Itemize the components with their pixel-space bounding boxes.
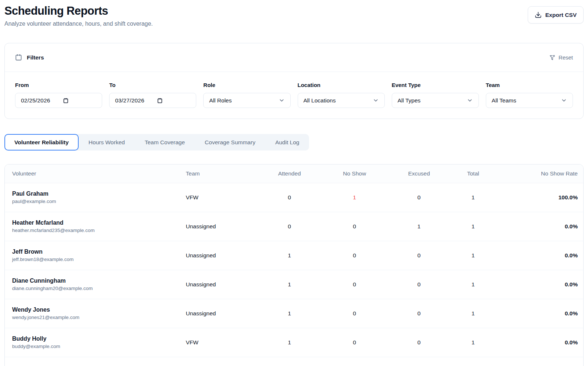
team-cell: VFW xyxy=(186,183,258,212)
tab-audit-log[interactable]: Audit Log xyxy=(265,134,309,151)
team-cell: Unassigned xyxy=(186,212,258,241)
no-show-rate-cell: 0.0% xyxy=(496,270,583,299)
select-role[interactable]: All Roles xyxy=(203,93,290,108)
volunteer-email: buddy@example.com xyxy=(12,344,186,349)
volunteer-email: wendy.jones21@example.com xyxy=(12,315,186,320)
excused-cell: 0 xyxy=(387,183,450,212)
no-show-rate-cell: 0.0% xyxy=(496,241,583,270)
table-row: Wendy Jones wendy.jones21@example.com Un… xyxy=(5,299,583,328)
no-show-cell: 0 xyxy=(322,328,388,357)
filter-field-event-type: Event Type All Types xyxy=(392,82,479,108)
column-header-team: Team xyxy=(186,164,258,183)
chevron-down-icon xyxy=(467,97,473,104)
chevron-down-icon xyxy=(373,97,379,104)
attended-cell: 1 xyxy=(257,270,321,299)
table-row: Diane Cunningham diane.cunningham20@exam… xyxy=(5,270,583,299)
excused-cell: 0 xyxy=(387,241,450,270)
no-show-rate-cell: 0.0% xyxy=(496,212,583,241)
total-cell: 1 xyxy=(451,183,496,212)
attended-cell: 1 xyxy=(257,241,321,270)
filters-header: Filters Reset xyxy=(5,43,583,72)
volunteer-cell: Heather Mcfarland heather.mcfarland235@e… xyxy=(5,212,186,241)
table-header-row: VolunteerTeamAttendedNo ShowExcusedTotal… xyxy=(5,164,583,183)
table-row: Buddy Holly buddy@example.com VFW 1 0 0 … xyxy=(5,328,583,357)
filter-field-team: Team All Teams xyxy=(486,82,573,108)
tab-hours-worked[interactable]: Hours Worked xyxy=(79,134,135,151)
volunteer-cell: Paul Graham paul@example.com xyxy=(5,183,186,212)
excused-cell: 1 xyxy=(387,212,450,241)
calendar-icon[interactable] xyxy=(157,98,163,104)
filter-field-role: Role All Roles xyxy=(203,82,290,108)
filter-x-icon xyxy=(549,54,555,61)
volunteer-email: jeff.brown18@example.com xyxy=(12,257,186,262)
column-header-attended: Attended xyxy=(257,164,321,183)
column-header-total: Total xyxy=(451,164,496,183)
volunteer-name: Wendy Jones xyxy=(12,307,186,313)
report-tabs: Volunteer ReliabilityHours WorkedTeam Co… xyxy=(4,134,309,151)
excused-cell: 0 xyxy=(387,270,450,299)
total-cell: 1 xyxy=(451,212,496,241)
filter-field-to: To 03/27/2026 xyxy=(109,82,196,108)
report-table-card: VolunteerTeamAttendedNo ShowExcusedTotal… xyxy=(4,164,584,366)
excused-cell: 0 xyxy=(387,328,450,357)
filters-title: Filters xyxy=(27,54,44,61)
attended-cell: 1 xyxy=(257,299,321,328)
tab-coverage-summary[interactable]: Coverage Summary xyxy=(195,134,265,151)
calendar-icon xyxy=(15,54,22,61)
total-cell: 1 xyxy=(451,299,496,328)
download-icon xyxy=(535,11,542,18)
date-input-from[interactable]: 02/25/2026 xyxy=(15,93,102,108)
volunteer-name: Paul Graham xyxy=(12,191,186,197)
table-row: Heather Mcfarland heather.mcfarland235@e… xyxy=(5,212,583,241)
table-body: Paul Graham paul@example.com VFW 0 1 0 1… xyxy=(5,183,583,357)
reset-label: Reset xyxy=(559,54,573,61)
filter-field-from: From 02/25/2026 xyxy=(15,82,102,108)
volunteer-cell: Diane Cunningham diane.cunningham20@exam… xyxy=(5,270,186,299)
export-csv-button[interactable]: Export CSV xyxy=(528,6,584,23)
no-show-rate-cell: 0.0% xyxy=(496,328,583,357)
volunteer-cell: Jeff Brown jeff.brown18@example.com xyxy=(5,241,186,270)
date-input-to[interactable]: 03/27/2026 xyxy=(109,93,196,108)
volunteer-email: paul@example.com xyxy=(12,199,186,204)
page-title-block: Scheduling Reports Analyze volunteer att… xyxy=(4,4,153,27)
no-show-cell: 0 xyxy=(322,299,388,328)
no-show-rate-cell: 100.0% xyxy=(496,183,583,212)
total-cell: 1 xyxy=(451,328,496,357)
volunteer-name: Diane Cunningham xyxy=(12,278,186,284)
volunteer-name: Heather Mcfarland xyxy=(12,220,186,226)
filters-fields: From 02/25/2026 To 03/27/2026 Role All R… xyxy=(5,72,583,119)
no-show-cell: 0 xyxy=(322,241,388,270)
excused-cell: 0 xyxy=(387,299,450,328)
filters-card: Filters Reset From 02/25/2026 To 03/27/2… xyxy=(4,43,584,119)
no-show-cell: 1 xyxy=(322,183,388,212)
volunteer-email: heather.mcfarland235@example.com xyxy=(12,228,186,233)
tab-team-coverage[interactable]: Team Coverage xyxy=(135,134,195,151)
reset-filters-button[interactable]: Reset xyxy=(549,54,573,61)
calendar-icon[interactable] xyxy=(63,98,69,104)
volunteer-reliability-table: VolunteerTeamAttendedNo ShowExcusedTotal… xyxy=(5,164,583,357)
attended-cell: 0 xyxy=(257,183,321,212)
total-cell: 1 xyxy=(451,241,496,270)
volunteer-name: Jeff Brown xyxy=(12,249,186,255)
attended-cell: 1 xyxy=(257,328,321,357)
page-title: Scheduling Reports xyxy=(4,4,153,18)
select-location[interactable]: All Locations xyxy=(298,93,385,108)
column-header-no-show: No Show xyxy=(322,164,388,183)
no-show-cell: 0 xyxy=(322,270,388,299)
column-header-no-show-rate: No Show Rate xyxy=(496,164,583,183)
team-cell: Unassigned xyxy=(186,299,258,328)
filter-field-location: Location All Locations xyxy=(298,82,385,108)
volunteer-cell: Wendy Jones wendy.jones21@example.com xyxy=(5,299,186,328)
table-row: Jeff Brown jeff.brown18@example.com Unas… xyxy=(5,241,583,270)
select-event-type[interactable]: All Types xyxy=(392,93,479,108)
no-show-cell: 0 xyxy=(322,212,388,241)
team-cell: Unassigned xyxy=(186,270,258,299)
team-cell: Unassigned xyxy=(186,241,258,270)
page-header: Scheduling Reports Analyze volunteer att… xyxy=(4,4,584,27)
select-team[interactable]: All Teams xyxy=(486,93,573,108)
tab-volunteer-reliability[interactable]: Volunteer Reliability xyxy=(4,134,79,151)
attended-cell: 0 xyxy=(257,212,321,241)
total-cell: 1 xyxy=(451,270,496,299)
team-cell: VFW xyxy=(186,328,258,357)
chevron-down-icon xyxy=(561,97,567,104)
